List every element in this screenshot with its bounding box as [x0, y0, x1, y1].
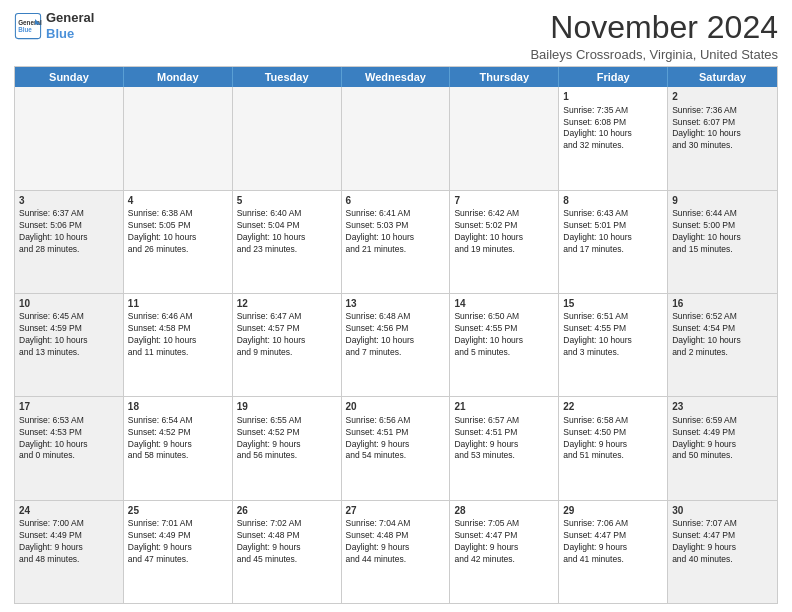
weekday-header: Sunday	[15, 67, 124, 87]
cell-info: Sunrise: 6:55 AMSunset: 4:52 PMDaylight:…	[237, 415, 337, 463]
calendar-cell: 2Sunrise: 7:36 AMSunset: 6:07 PMDaylight…	[668, 87, 777, 189]
day-number: 29	[563, 504, 663, 518]
cell-info: Sunrise: 6:45 AMSunset: 4:59 PMDaylight:…	[19, 311, 119, 359]
calendar-cell	[342, 87, 451, 189]
cell-info: Sunrise: 6:50 AMSunset: 4:55 PMDaylight:…	[454, 311, 554, 359]
cell-info: Sunrise: 6:54 AMSunset: 4:52 PMDaylight:…	[128, 415, 228, 463]
day-number: 11	[128, 297, 228, 311]
day-number: 6	[346, 194, 446, 208]
weekday-header: Thursday	[450, 67, 559, 87]
cell-info: Sunrise: 6:44 AMSunset: 5:00 PMDaylight:…	[672, 208, 773, 256]
calendar-cell	[15, 87, 124, 189]
cell-info: Sunrise: 6:52 AMSunset: 4:54 PMDaylight:…	[672, 311, 773, 359]
cell-info: Sunrise: 6:47 AMSunset: 4:57 PMDaylight:…	[237, 311, 337, 359]
cell-info: Sunrise: 6:46 AMSunset: 4:58 PMDaylight:…	[128, 311, 228, 359]
calendar-row: 1Sunrise: 7:35 AMSunset: 6:08 PMDaylight…	[15, 87, 777, 189]
cell-info: Sunrise: 6:56 AMSunset: 4:51 PMDaylight:…	[346, 415, 446, 463]
cell-info: Sunrise: 7:07 AMSunset: 4:47 PMDaylight:…	[672, 518, 773, 566]
day-number: 10	[19, 297, 119, 311]
cell-info: Sunrise: 6:41 AMSunset: 5:03 PMDaylight:…	[346, 208, 446, 256]
cell-info: Sunrise: 7:01 AMSunset: 4:49 PMDaylight:…	[128, 518, 228, 566]
calendar-cell: 17Sunrise: 6:53 AMSunset: 4:53 PMDayligh…	[15, 397, 124, 499]
calendar-cell: 15Sunrise: 6:51 AMSunset: 4:55 PMDayligh…	[559, 294, 668, 396]
page: General Blue General Blue November 2024 …	[0, 0, 792, 612]
day-number: 13	[346, 297, 446, 311]
calendar-cell: 28Sunrise: 7:05 AMSunset: 4:47 PMDayligh…	[450, 501, 559, 603]
weekday-header: Monday	[124, 67, 233, 87]
calendar-cell: 19Sunrise: 6:55 AMSunset: 4:52 PMDayligh…	[233, 397, 342, 499]
day-number: 24	[19, 504, 119, 518]
calendar-cell: 23Sunrise: 6:59 AMSunset: 4:49 PMDayligh…	[668, 397, 777, 499]
calendar-row: 17Sunrise: 6:53 AMSunset: 4:53 PMDayligh…	[15, 396, 777, 499]
weekday-header: Saturday	[668, 67, 777, 87]
cell-info: Sunrise: 6:53 AMSunset: 4:53 PMDaylight:…	[19, 415, 119, 463]
cell-info: Sunrise: 7:02 AMSunset: 4:48 PMDaylight:…	[237, 518, 337, 566]
subtitle: Baileys Crossroads, Virginia, United Sta…	[530, 47, 778, 62]
cell-info: Sunrise: 6:48 AMSunset: 4:56 PMDaylight:…	[346, 311, 446, 359]
header: General Blue General Blue November 2024 …	[14, 10, 778, 62]
calendar-cell: 18Sunrise: 6:54 AMSunset: 4:52 PMDayligh…	[124, 397, 233, 499]
cell-info: Sunrise: 7:00 AMSunset: 4:49 PMDaylight:…	[19, 518, 119, 566]
cell-info: Sunrise: 7:06 AMSunset: 4:47 PMDaylight:…	[563, 518, 663, 566]
calendar-cell: 11Sunrise: 6:46 AMSunset: 4:58 PMDayligh…	[124, 294, 233, 396]
weekday-header: Tuesday	[233, 67, 342, 87]
day-number: 14	[454, 297, 554, 311]
calendar-cell: 27Sunrise: 7:04 AMSunset: 4:48 PMDayligh…	[342, 501, 451, 603]
calendar-cell: 8Sunrise: 6:43 AMSunset: 5:01 PMDaylight…	[559, 191, 668, 293]
cell-info: Sunrise: 6:38 AMSunset: 5:05 PMDaylight:…	[128, 208, 228, 256]
calendar-cell: 13Sunrise: 6:48 AMSunset: 4:56 PMDayligh…	[342, 294, 451, 396]
day-number: 5	[237, 194, 337, 208]
day-number: 26	[237, 504, 337, 518]
title-block: November 2024 Baileys Crossroads, Virgin…	[530, 10, 778, 62]
cell-info: Sunrise: 6:51 AMSunset: 4:55 PMDaylight:…	[563, 311, 663, 359]
weekday-header: Friday	[559, 67, 668, 87]
calendar-cell: 26Sunrise: 7:02 AMSunset: 4:48 PMDayligh…	[233, 501, 342, 603]
day-number: 18	[128, 400, 228, 414]
calendar-cell: 14Sunrise: 6:50 AMSunset: 4:55 PMDayligh…	[450, 294, 559, 396]
cell-info: Sunrise: 7:36 AMSunset: 6:07 PMDaylight:…	[672, 105, 773, 153]
logo: General Blue General Blue	[14, 10, 94, 41]
cell-info: Sunrise: 6:57 AMSunset: 4:51 PMDaylight:…	[454, 415, 554, 463]
logo-line1: General	[46, 10, 94, 26]
logo-line2: Blue	[46, 26, 94, 42]
day-number: 21	[454, 400, 554, 414]
calendar-header: SundayMondayTuesdayWednesdayThursdayFrid…	[15, 67, 777, 87]
cell-info: Sunrise: 6:59 AMSunset: 4:49 PMDaylight:…	[672, 415, 773, 463]
calendar-row: 10Sunrise: 6:45 AMSunset: 4:59 PMDayligh…	[15, 293, 777, 396]
cell-info: Sunrise: 6:43 AMSunset: 5:01 PMDaylight:…	[563, 208, 663, 256]
day-number: 16	[672, 297, 773, 311]
calendar-body: 1Sunrise: 7:35 AMSunset: 6:08 PMDaylight…	[15, 87, 777, 603]
day-number: 7	[454, 194, 554, 208]
calendar-row: 3Sunrise: 6:37 AMSunset: 5:06 PMDaylight…	[15, 190, 777, 293]
cell-info: Sunrise: 6:37 AMSunset: 5:06 PMDaylight:…	[19, 208, 119, 256]
calendar-cell: 16Sunrise: 6:52 AMSunset: 4:54 PMDayligh…	[668, 294, 777, 396]
day-number: 20	[346, 400, 446, 414]
calendar-cell: 25Sunrise: 7:01 AMSunset: 4:49 PMDayligh…	[124, 501, 233, 603]
day-number: 2	[672, 90, 773, 104]
calendar-cell: 30Sunrise: 7:07 AMSunset: 4:47 PMDayligh…	[668, 501, 777, 603]
day-number: 4	[128, 194, 228, 208]
month-title: November 2024	[530, 10, 778, 45]
calendar: SundayMondayTuesdayWednesdayThursdayFrid…	[14, 66, 778, 604]
weekday-header: Wednesday	[342, 67, 451, 87]
day-number: 3	[19, 194, 119, 208]
day-number: 17	[19, 400, 119, 414]
calendar-cell	[450, 87, 559, 189]
day-number: 12	[237, 297, 337, 311]
logo-text: General Blue	[46, 10, 94, 41]
day-number: 23	[672, 400, 773, 414]
day-number: 9	[672, 194, 773, 208]
calendar-cell: 10Sunrise: 6:45 AMSunset: 4:59 PMDayligh…	[15, 294, 124, 396]
day-number: 1	[563, 90, 663, 104]
calendar-cell: 7Sunrise: 6:42 AMSunset: 5:02 PMDaylight…	[450, 191, 559, 293]
day-number: 28	[454, 504, 554, 518]
calendar-cell: 21Sunrise: 6:57 AMSunset: 4:51 PMDayligh…	[450, 397, 559, 499]
calendar-cell: 4Sunrise: 6:38 AMSunset: 5:05 PMDaylight…	[124, 191, 233, 293]
cell-info: Sunrise: 6:40 AMSunset: 5:04 PMDaylight:…	[237, 208, 337, 256]
calendar-cell: 12Sunrise: 6:47 AMSunset: 4:57 PMDayligh…	[233, 294, 342, 396]
calendar-cell: 22Sunrise: 6:58 AMSunset: 4:50 PMDayligh…	[559, 397, 668, 499]
cell-info: Sunrise: 6:58 AMSunset: 4:50 PMDaylight:…	[563, 415, 663, 463]
calendar-cell: 6Sunrise: 6:41 AMSunset: 5:03 PMDaylight…	[342, 191, 451, 293]
svg-text:Blue: Blue	[18, 25, 32, 32]
calendar-cell: 29Sunrise: 7:06 AMSunset: 4:47 PMDayligh…	[559, 501, 668, 603]
